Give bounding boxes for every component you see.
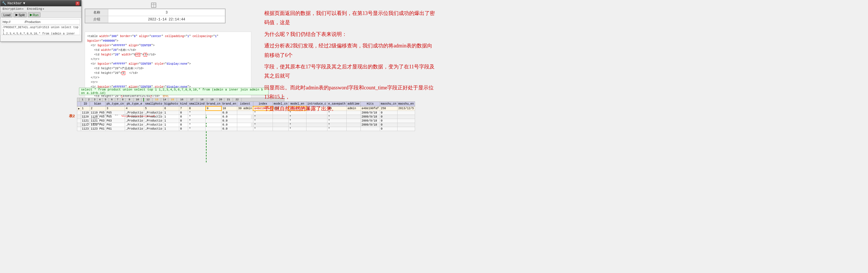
code-block-tr1: <tr bgcolor="#FFFFFF" align="CENTER"> <t… [91, 43, 249, 62]
row2-pktype: P65 [106, 111, 125, 115]
row1-id: 1 [81, 106, 90, 111]
hackbar-split-button[interactable]: ▶ Split [13, 12, 26, 17]
row2-small: …Productio [144, 111, 163, 115]
th-bian: bian [90, 102, 106, 107]
row6-brand [206, 127, 221, 131]
hackbar-icon: 🔧 [2, 1, 6, 5]
row6-isbest [237, 127, 253, 131]
row5-small: …Productio [144, 123, 163, 127]
row4-isbest [237, 119, 253, 123]
row2-brand [206, 111, 221, 115]
col-num-10: 10 [133, 98, 142, 101]
col-num-13: 13 [153, 98, 161, 101]
row2-small2: * [188, 111, 206, 115]
row6-kind: 0 [179, 127, 188, 131]
row4-index: * [253, 119, 273, 123]
th-pktypee: pk_type_e [125, 102, 144, 107]
row6-small2: * [188, 127, 206, 131]
row6-save: * [327, 127, 346, 131]
hackbar-sql-input[interactable]: /PRODUCT_DETAIL.asp?id=1513 union select… [1, 25, 80, 35]
row4-small2: * [188, 119, 206, 123]
row6-id: 1123 [81, 127, 90, 131]
row4-kind: 0 [179, 119, 188, 123]
row4-mao: 0 [380, 119, 397, 123]
sql-query-bar: select * from product union select top 1… [79, 88, 269, 95]
col-num-21: 21 [224, 98, 233, 101]
row5-mao: 0 [380, 123, 397, 127]
row1-kind: 7 [179, 106, 188, 111]
hackbar-menu-encoding[interactable]: Encoding ▼ [26, 7, 45, 11]
row4-big: 1 [163, 119, 179, 123]
row2-bian: 1119 P65 [90, 111, 106, 115]
row3-small2: * [188, 115, 206, 119]
row4-modelen: * [288, 119, 306, 123]
row2-id: 1119 [81, 111, 90, 115]
row5-brand [206, 123, 221, 127]
row5-mao2 [397, 123, 415, 127]
row6-mao: 0 [380, 127, 397, 131]
hackbar-titlebar: 🔧 Hackbar ▼ × [0, 0, 81, 6]
col-num-9: 9 [126, 98, 133, 101]
column-numbers-row: 1 2 3 4 5 6 7 8 9 10 12 13 14 15 16 17 1… [77, 98, 284, 101]
hackbar-load-button[interactable]: Load [1, 13, 12, 17]
row3-kind: 0 [179, 115, 188, 119]
row4-intro [306, 119, 327, 123]
th-pktype: pk_type_cn [106, 102, 125, 107]
row4-small: …Productio [144, 119, 163, 123]
row5-index: * [253, 123, 273, 127]
row3-pktypee: …Productio [125, 115, 144, 119]
code-block-tr2: <tr bgcolor="#FFFFFF" align="CENTER" sty… [91, 62, 249, 80]
hackbar-menu-encryption[interactable]: Encryption ▼ [1, 7, 25, 11]
row6-hits [361, 127, 380, 131]
row3-id: 1120 [81, 115, 90, 119]
sql-query-text: select * from product union select top 1… [81, 88, 267, 95]
right-para-2: 为什么呢？我们仍结合下表来说明： [264, 30, 437, 39]
table-row-1123: 1123 1123 P61 P61 …Productio …Productio … [77, 127, 415, 131]
row6-arrow [77, 127, 81, 131]
row6-intro [306, 127, 327, 131]
table-row-1121: 1121 1121 P63 P63 …Productio …Productio … [77, 119, 415, 123]
webpage-table-label-1: 名称 [85, 9, 108, 16]
row1-bigphoto: 6 [163, 106, 179, 111]
right-para-5: 回显而出。而此时admin表的password字段和count_time字段正好… [264, 83, 437, 102]
row5-hits: 2009/9/18 [361, 123, 380, 127]
hackbar-toolbar: Load ▶ Split ▶ Run [0, 12, 81, 18]
data-table-area: 表2 1 2 3 4 5 6 7 8 9 10 12 13 14 15 16 1… [69, 98, 284, 131]
row1-pktype: 3 [106, 106, 125, 111]
row5-small2: * [188, 123, 206, 127]
right-text-panel: 根据页面返回的数据，我们可以看到，在第13号显示位我们成功的爆出了密码值，这是 … [264, 9, 437, 116]
row6-index: * [253, 127, 273, 131]
row4-pktypee: …Productio [125, 119, 144, 123]
row3-big: 1 [163, 115, 179, 119]
hackbar-url-area: /PRODUCT_DETAIL.asp?id=1513 union select… [0, 18, 81, 35]
hackbar-url-input[interactable] [1, 19, 80, 24]
hackbar-title-arrow: ▼ [23, 1, 25, 5]
row5-save: * [327, 123, 346, 127]
row2-kind: 0 [179, 111, 188, 115]
th-isbest: isbest [237, 102, 253, 107]
row1-pktypee: 4 [125, 106, 144, 111]
row2-branden: 0.0 [221, 111, 237, 115]
hackbar-window: 🔧 Hackbar ▼ × Encryption ▼ Encoding ▼ Lo… [0, 0, 82, 42]
row4-model [273, 119, 288, 123]
th-smallphoto: smallphoto [144, 102, 163, 107]
table-row-1122: 1122 1122 P62 P62 …Productio …Productio … [77, 123, 415, 127]
row6-modelen: * [288, 127, 306, 131]
row3-arrow [77, 115, 81, 119]
row6-small: …Productio [144, 127, 163, 131]
row2-arrow [77, 111, 81, 115]
row3-isbest [237, 115, 253, 119]
row5-model [273, 123, 288, 127]
row5-bian: 1122 P62 [90, 123, 106, 127]
hackbar-run-button[interactable]: ▶ Run [28, 12, 40, 17]
col-num-1: 1 [80, 98, 86, 101]
hackbar-close-button[interactable]: × [75, 1, 80, 5]
webpage-table-value-1: 3 [108, 9, 225, 16]
row4-bian: 1121 P63 [90, 119, 106, 123]
col-num-12: 12 [144, 98, 153, 101]
row5-modelen: * [288, 123, 306, 127]
webpage-table-value-2: 2022-1-14 22:14:44 [108, 16, 225, 23]
row5-branden: 0.0 [221, 123, 237, 127]
row5-kind: 0 [179, 123, 188, 127]
row5-pktype: P62 [106, 123, 125, 127]
